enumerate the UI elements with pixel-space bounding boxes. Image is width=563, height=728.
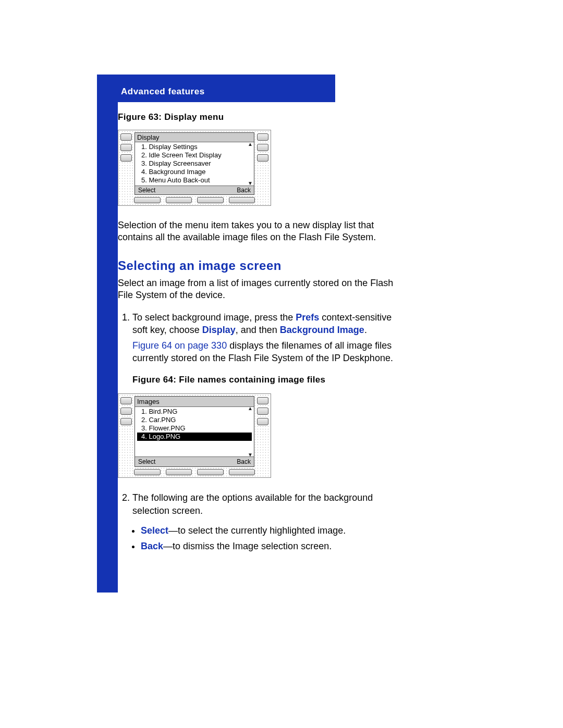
- page-number: 330: [121, 575, 139, 586]
- phone-bottom-button: [229, 469, 255, 475]
- step-item: To select background image, press the Pr…: [132, 311, 402, 478]
- figure-64-illustration: Images ▲ 1. Bird.PNG 2. Car.PNG 3. Flowe…: [118, 393, 271, 478]
- step1-text-a: To select background image, press the: [132, 312, 296, 323]
- phone-screen: Images ▲ 1. Bird.PNG 2. Car.PNG 3. Flowe…: [134, 396, 254, 467]
- scroll-up-icon: ▲: [248, 405, 253, 412]
- keyword-prefs: Prefs: [296, 312, 319, 323]
- phone-side-button: [257, 397, 268, 404]
- screen-title: Display: [135, 133, 254, 142]
- keyword-back: Back: [141, 541, 163, 551]
- content-area: Figure 63: Display menu Display ▲ 1. Dis…: [118, 112, 402, 556]
- softkey-select: Select: [135, 186, 158, 194]
- phone-side-button: [257, 418, 268, 425]
- phone-side-button: [257, 144, 268, 151]
- phone-bottom-button: [197, 197, 224, 203]
- list-item: 1. Bird.PNG: [141, 408, 252, 416]
- cross-reference-link[interactable]: Figure 64 on page 330: [132, 340, 227, 351]
- softkey-select: Select: [135, 457, 158, 466]
- right-side-buttons: [257, 396, 268, 467]
- section-header-bar: Advanced features: [118, 75, 335, 102]
- left-side-buttons: [120, 396, 132, 467]
- bullet1-rest: —to select the currently highlighted ima…: [168, 525, 346, 536]
- screen-title: Images: [135, 397, 254, 408]
- phone-screen: Display ▲ 1. Display Settings 2. Idle Sc…: [134, 132, 254, 195]
- image-list: 1. Bird.PNG 2. Car.PNG 3. Flower.PNG 4. …: [135, 407, 254, 456]
- menu-item: 1. Display Settings: [141, 143, 252, 151]
- keyword-display: Display: [202, 325, 236, 335]
- left-side-buttons: [120, 132, 132, 195]
- scroll-up-icon: ▲: [248, 141, 253, 147]
- section-heading: Selecting an image screen: [118, 258, 402, 273]
- phone-side-button: [120, 154, 132, 162]
- menu-item: 2. Idle Screen Text Display: [141, 151, 252, 159]
- softkey-bar: Select Back: [135, 186, 254, 194]
- phone-side-button: [120, 144, 132, 151]
- left-accent-bar: [97, 75, 118, 593]
- menu-item: 3. Display Screensaver: [141, 159, 252, 168]
- paragraph: Selection of the menu item takes you to …: [118, 219, 402, 244]
- phone-side-button: [120, 133, 132, 141]
- menu-item: 4. Background Image: [141, 168, 252, 176]
- list-item: 2. Car.PNG: [141, 416, 252, 424]
- phone-bottom-button: [134, 197, 161, 203]
- step2-text: The following are the options available …: [132, 492, 373, 515]
- keyword-select: Select: [141, 525, 168, 536]
- phone-bottom-button: [166, 469, 192, 475]
- paragraph: Select an image from a list of images cu…: [118, 277, 402, 302]
- step1-text-c: , and then: [236, 325, 280, 335]
- bullet-item: Back—to dismiss the Image selection scre…: [141, 540, 402, 552]
- figure-64-caption: Figure 64: File names containing image f…: [132, 374, 402, 386]
- menu-item: 5. Menu Auto Back-out: [141, 176, 252, 184]
- step1-text-d: .: [364, 325, 367, 335]
- scroll-down-icon: ▼: [248, 180, 253, 186]
- scroll-down-icon: ▼: [248, 451, 253, 459]
- softkey-back: Back: [234, 457, 254, 466]
- step-item: The following are the options available …: [132, 491, 402, 517]
- keyword-background-image: Background Image: [280, 325, 364, 335]
- phone-side-button: [120, 418, 132, 425]
- phone-side-button: [120, 408, 132, 415]
- section-header-text: Advanced features: [118, 87, 205, 102]
- phone-side-button: [120, 397, 132, 404]
- menu-list: 1. Display Settings 2. Idle Screen Text …: [135, 142, 254, 186]
- phone-side-button: [257, 133, 268, 141]
- bullet-item: Select—to select the currently highlight…: [141, 524, 402, 537]
- phone-bottom-button: [229, 197, 255, 203]
- document-page: Advanced features Figure 63: Display men…: [0, 0, 563, 728]
- bullet-list: Select—to select the currently highlight…: [118, 524, 402, 553]
- phone-side-button: [257, 154, 268, 162]
- right-side-buttons: [257, 132, 268, 195]
- softkey-bar: Select Back: [135, 456, 254, 466]
- softkey-back: Back: [234, 186, 254, 194]
- bullet2-rest: —to dismiss the Image selection screen.: [163, 541, 332, 551]
- phone-bottom-button: [166, 197, 192, 203]
- figure-63-illustration: Display ▲ 1. Display Settings 2. Idle Sc…: [118, 130, 271, 206]
- phone-bottom-button: [134, 469, 161, 475]
- ordered-steps: To select background image, press the Pr…: [118, 311, 402, 517]
- bottom-softkey-buttons: [120, 195, 268, 203]
- bottom-softkey-buttons: [120, 467, 268, 475]
- figure-63-caption: Figure 63: Display menu: [118, 112, 402, 122]
- list-item: 3. Flower.PNG: [141, 424, 252, 433]
- phone-side-button: [257, 408, 268, 415]
- list-item-selected: 4. Logo.PNG: [137, 433, 252, 441]
- phone-bottom-button: [197, 469, 224, 475]
